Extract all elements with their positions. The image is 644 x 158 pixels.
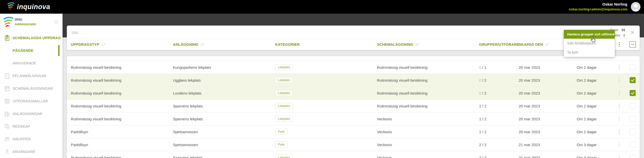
- row-checkbox[interactable]: [630, 90, 636, 96]
- row-checkbox[interactable]: [630, 103, 636, 109]
- clipboard-alert-icon: [4, 73, 10, 79]
- table-row[interactable]: Rutinmässig visuell besiktning Sparvens …: [67, 112, 640, 125]
- sidebar-item-grupper[interactable]: GRUPPER: [0, 133, 63, 145]
- cell-skapad: 21 mar 2023: [515, 138, 573, 151]
- sidebar-item-label: ARKIVERADE: [13, 61, 36, 65]
- row-checkbox[interactable]: [630, 129, 636, 135]
- header-grupper-utforare[interactable]: GRUPPER/UTFÖRARE: [475, 39, 515, 50]
- grupper-done: 2: [479, 155, 481, 158]
- cell-grupper: 2/ 2: [475, 151, 515, 158]
- org-logo-icon: [2, 16, 14, 29]
- row-kebab-icon[interactable]: [618, 103, 621, 109]
- grupper-done: 1: [479, 130, 481, 134]
- building-icon: [4, 111, 10, 117]
- cell-actions: [613, 74, 626, 86]
- sidebar-item-schemalagda-uppdrag[interactable]: SCHEMALAGDA UPPDRAG: [0, 32, 63, 44]
- sidebar-item-schemalaggningar[interactable]: SCHEMALÄGGNINGAR: [0, 82, 63, 95]
- cell-schemalaggning: Veckovis: [373, 138, 475, 151]
- select-all-checkbox[interactable]: [629, 41, 636, 48]
- header-label: GRUPPER/UTFÖRARE: [479, 42, 519, 47]
- cell-actions: [613, 138, 626, 151]
- clear-selection-icon[interactable]: ×: [629, 28, 636, 37]
- sidebar-item-felanmalningar[interactable]: FELANMÄLNINGAR: [0, 70, 63, 82]
- row-kebab-icon[interactable]: [618, 116, 621, 122]
- category-badge: Lekplats: [275, 116, 293, 122]
- header-uppdragstyp[interactable]: UPPDRAGSTYP: [67, 39, 169, 50]
- cell-uppdragstyp: Rutinmässig visuell besiktning: [67, 74, 169, 86]
- cell-schemalaggning: Rutinmässig visuell besiktning: [373, 74, 475, 86]
- cell-grupper: 0/ 1: [475, 61, 515, 74]
- menu-item-hantera-grupper[interactable]: Hantera grupper och utförare: [564, 30, 615, 39]
- sidebar-item-label: SCHEMALÄGGNINGAR: [13, 86, 53, 91]
- row-kebab-icon[interactable]: [618, 141, 621, 148]
- cell-actions: [613, 100, 626, 112]
- cell-kategorier: Lekplats: [271, 100, 373, 112]
- user-icon: [4, 149, 10, 155]
- table-row[interactable]: Rutinmässig visuell besiktning Sparvens …: [67, 151, 640, 158]
- rows-top-strip: [67, 56, 640, 61]
- sidebar-item-arkiverade[interactable]: ARKIVERADE: [0, 57, 63, 70]
- category-badge: Park: [275, 142, 287, 148]
- layers-icon[interactable]: [53, 19, 59, 26]
- row-checkbox[interactable]: [630, 116, 636, 122]
- header-kategorier[interactable]: KATEGORIER: [271, 39, 373, 50]
- table-toolbar-card: Totalt:15 Valda:2 × UPPDRAGSTYP ANLÄGGNI…: [67, 26, 640, 50]
- cell-skapad: 21 mar 2023: [515, 151, 573, 158]
- cell-forfaller: Om 2 dagar: [573, 61, 613, 74]
- sidebar-item-pagaende[interactable]: PÅGÅENDE: [0, 44, 63, 57]
- row-checkbox[interactable]: [630, 142, 636, 148]
- kebab-menu-icon[interactable]: [618, 41, 621, 48]
- cell-uppdragstyp: Parktillsyn: [67, 125, 169, 138]
- cell-grupper: 1/ 2: [475, 125, 515, 138]
- header-schemalaggning[interactable]: SCHEMALÄGGNING: [373, 39, 475, 50]
- sidebar-item-redskap[interactable]: REDSKAP: [0, 120, 63, 133]
- search-input[interactable]: [71, 28, 450, 37]
- app-logo[interactable]: inquinova: [7, 2, 50, 12]
- cell-schemalaggning: Rutinmässig visuell besiktning: [373, 100, 475, 112]
- row-checkbox[interactable]: [630, 154, 636, 158]
- cell-checkbox: [626, 112, 640, 125]
- header-anlaggning[interactable]: ANLÄGGNING: [169, 39, 271, 50]
- sidebar: Wiki Administratör SCHEMALAGDA UPPD: [0, 14, 63, 158]
- cell-uppdragstyp: Rutinmässig visuell besiktning: [67, 61, 169, 74]
- cell-uppdragstyp: Rutinmässig visuell besiktning: [67, 100, 169, 112]
- row-kebab-icon[interactable]: [618, 154, 621, 158]
- sidebar-item-anlaggningar[interactable]: ANLÄGGNINGAR: [0, 107, 63, 120]
- cell-uppdragstyp: Rutinmässig visuell besiktning: [67, 87, 169, 99]
- active-indicator-bar: [58, 45, 60, 56]
- row-kebab-icon[interactable]: [618, 90, 621, 96]
- sidebar-item-label: ANLÄGGNINGAR: [13, 112, 42, 116]
- cell-grupper: 0/ 2: [475, 74, 515, 86]
- row-kebab-icon[interactable]: [618, 64, 621, 71]
- grupper-done: 1: [479, 104, 481, 108]
- table-row[interactable]: Rutinmässig visuell besiktning Sparvens …: [67, 100, 640, 112]
- table-row[interactable]: 2 Rutinmässig visuell besiktning Ugglans…: [67, 74, 640, 87]
- cell-kategorier: Lekplats: [271, 61, 373, 74]
- header-label: ANLÄGGNING: [173, 42, 198, 47]
- table-row[interactable]: Rutinmässig visuell besiktning Kungspark…: [67, 61, 640, 74]
- cell-actions: [613, 61, 626, 74]
- table-row[interactable]: 3 Rutinmässig visuell besiktning Lundens…: [67, 87, 640, 100]
- org-name: Wiki: [15, 17, 22, 21]
- table-row[interactable]: Parktillsyn Spetsamossen Park Veckovis 2…: [67, 138, 640, 151]
- user-avatar[interactable]: [631, 2, 640, 12]
- row-checkbox[interactable]: [630, 64, 636, 70]
- menu-item-satt-forfallodatum[interactable]: Sätt förfallodatum: [564, 39, 615, 48]
- row-checkbox[interactable]: [630, 77, 636, 83]
- grupper-done: 0: [479, 91, 481, 95]
- table-row[interactable]: Parktillsyn Spetsamossen Park Veckovis 1…: [67, 125, 640, 138]
- row-kebab-icon[interactable]: [618, 128, 621, 135]
- row-kebab-icon[interactable]: [618, 77, 621, 83]
- menu-item-ta-bort[interactable]: Ta bort: [564, 48, 615, 57]
- sidebar-item-label: UPPDRAGSMALLAR: [13, 99, 48, 103]
- cell-actions: [613, 112, 626, 125]
- sidebar-item-uppdragsmallar[interactable]: UPPDRAGSMALLAR: [0, 95, 63, 107]
- grupper-total: / 2: [482, 130, 486, 134]
- total-value: 15: [621, 28, 625, 32]
- sidebar-item-anvandare[interactable]: ANVÄNDARE: [0, 145, 63, 158]
- sidebar-item-label: GRUPPER: [13, 137, 31, 141]
- user-info[interactable]: Oskar Norling oskar.norling+admin@inquin…: [569, 2, 627, 12]
- grupper-total: / 2: [482, 143, 486, 147]
- sidebar-nav: SCHEMALAGDA UPPDRAG PÅGÅENDE ARKIVERADE …: [0, 32, 63, 158]
- cell-kategorier: Park: [271, 138, 373, 151]
